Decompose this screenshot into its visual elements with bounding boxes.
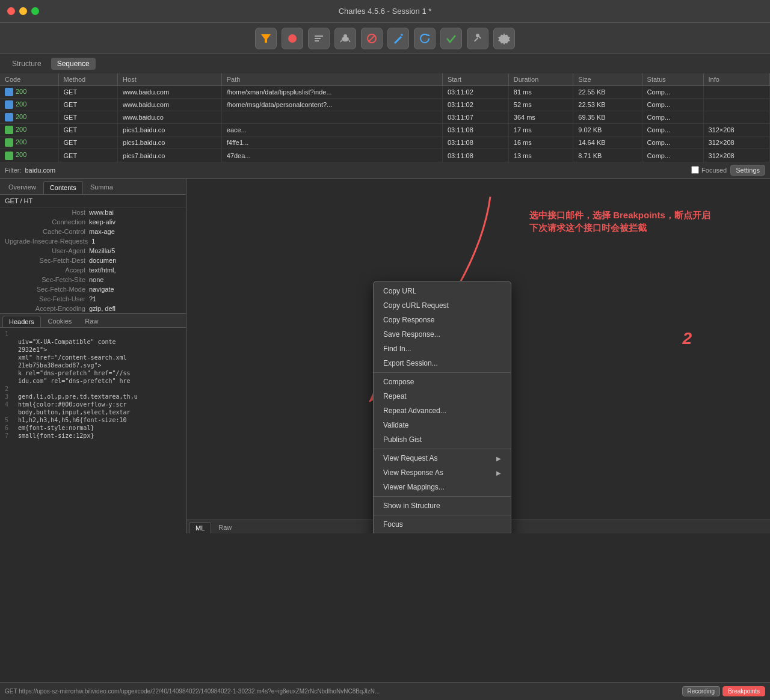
info-label: Sec-Fetch-Dest — [5, 257, 89, 264]
tab-raw-right[interactable]: Raw — [212, 522, 238, 533]
tab-contents[interactable]: Contents — [43, 181, 83, 194]
code-text: 2932e1"> — [18, 346, 47, 353]
line-number: 1 — [5, 331, 14, 337]
code-line: 2 — [5, 385, 181, 393]
focused-checkbox[interactable] — [691, 166, 699, 174]
cell-status: Comp... — [642, 111, 703, 124]
cell-code: 200 — [0, 99, 58, 111]
cell-size: 22.55 KB — [573, 86, 642, 99]
cell-start: 03:11:07 — [442, 111, 508, 124]
menu-item-viewer-mappings[interactable]: Viewer Mappings... — [374, 480, 511, 494]
code-line: xml" href="/content-search.xml — [5, 354, 181, 361]
table-row[interactable]: 200 GET pics1.baidu.co f4ffe1... 03:11:0… — [0, 137, 770, 149]
menu-item-export-session[interactable]: Export Session... — [374, 356, 511, 370]
menu-item-repeat-advanced[interactable]: Repeat Advanced... — [374, 404, 511, 418]
menu-item-label: Copy cURL Request — [383, 301, 449, 310]
info-value: 1 — [91, 238, 95, 245]
window-title: Charles 4.5.6 - Session 1 * — [339, 7, 432, 16]
menu-item-label: Repeat Advanced... — [383, 407, 446, 415]
info-label: Cache-Control — [5, 228, 89, 235]
menu-item-label: Save Response... — [383, 330, 440, 339]
code-line: 2932e1"> — [5, 346, 181, 354]
cell-info: 312×208 — [703, 137, 769, 149]
info-row: Accept-Encodinggzip, defl — [0, 304, 186, 313]
code-line: 6em{font-style:normal} — [5, 424, 181, 432]
table-row[interactable]: 200 GET pics7.baidu.co 47dea... 03:11:08… — [0, 149, 770, 162]
menu-item-copy-url[interactable]: Copy URL — [374, 284, 511, 298]
menu-item-label: Focus — [383, 520, 403, 529]
status-buttons: Recording Breakpoints — [682, 686, 765, 696]
menu-item-copy-curl-request[interactable]: Copy cURL Request — [374, 298, 511, 313]
line-number: 4 — [5, 401, 14, 408]
col-info: Info — [703, 73, 769, 86]
tab-ml[interactable]: ML — [189, 522, 211, 533]
turtle-button[interactable] — [334, 28, 356, 49]
close-button[interactable] — [7, 7, 15, 15]
settings-button-filter[interactable]: Settings — [730, 165, 765, 176]
info-value: none — [89, 276, 103, 283]
tab-overview[interactable]: Overview — [2, 181, 42, 194]
menu-item-copy-response[interactable]: Copy Response — [374, 313, 511, 327]
menu-item-ignore[interactable]: Ignore — [374, 532, 511, 533]
info-label: Accept — [5, 266, 89, 274]
tab-headers[interactable]: Headers — [2, 316, 41, 327]
minimize-button[interactable] — [19, 7, 27, 15]
recording-button[interactable]: Recording — [682, 686, 721, 696]
check-button[interactable] — [440, 28, 462, 49]
cell-host: pics1.baidu.co — [118, 124, 222, 137]
record-button[interactable] — [282, 28, 303, 49]
throttle-button[interactable] — [308, 28, 330, 49]
cell-method: GET — [58, 137, 118, 149]
edit-button[interactable] — [387, 28, 409, 49]
tools-button[interactable] — [467, 28, 488, 49]
filter-value: baidu.com — [25, 167, 56, 174]
maximize-button[interactable] — [31, 7, 39, 15]
menu-item-save-response[interactable]: Save Response... — [374, 327, 511, 342]
menu-item-view-request-as[interactable]: View Request As — [374, 451, 511, 465]
stop-button[interactable] — [361, 28, 383, 49]
funnel-button[interactable] — [255, 28, 277, 49]
table-row[interactable]: 200 GET www.baidu.com /home/xman/data/ti… — [0, 86, 770, 99]
table-row[interactable]: 200 GET www.baidu.co 03:11:07 364 ms 69.… — [0, 111, 770, 124]
tab-raw[interactable]: Raw — [79, 316, 104, 327]
line-number — [5, 409, 14, 416]
line-number — [5, 354, 14, 361]
tab-summary[interactable]: Summa — [84, 181, 119, 194]
svg-rect-2 — [315, 35, 323, 37]
breakpoints-button[interactable]: Breakpoints — [722, 686, 765, 696]
table-row[interactable]: 200 GET www.baidu.com /home/msg/data/per… — [0, 99, 770, 111]
line-number: 6 — [5, 425, 14, 431]
bottom-tabs-area: Headers Cookies Raw — [0, 313, 186, 328]
settings-button[interactable] — [493, 28, 515, 49]
svg-point-6 — [343, 34, 347, 38]
cell-size: 9.02 KB — [573, 124, 642, 137]
table-row[interactable]: 200 GET pics1.baidu.co eace... 03:11:08 … — [0, 124, 770, 137]
focused-checkbox-area[interactable]: Focused — [691, 166, 727, 174]
menu-item-publish-gist[interactable]: Publish Gist — [374, 432, 511, 447]
tab-structure[interactable]: Structure — [6, 58, 48, 70]
cell-host: pics7.baidu.co — [118, 149, 222, 162]
menu-item-find-in[interactable]: Find In... — [374, 342, 511, 356]
cell-code: 200 — [0, 86, 58, 99]
code-text: xml" href="/content-search.xml — [18, 354, 127, 361]
cell-start: 03:11:08 — [442, 149, 508, 162]
menu-item-focus[interactable]: Focus — [374, 517, 511, 532]
menu-item-show-in-structure[interactable]: Show in Structure — [374, 499, 511, 513]
menu-item-repeat[interactable]: Repeat — [374, 389, 511, 404]
code-text: gend,li,ol,p,pre,td,textarea,th,u — [18, 393, 138, 400]
tab-cookies[interactable]: Cookies — [42, 316, 78, 327]
cell-path: /home/msg/data/personalcontent?... — [221, 99, 442, 111]
menu-item-view-response-as[interactable]: View Response As — [374, 465, 511, 480]
cell-info: 312×208 — [703, 149, 769, 162]
info-row: Upgrade-Insecure-Requests1 — [0, 236, 186, 246]
tab-sequence[interactable]: Sequence — [51, 58, 96, 70]
code-text: k rel="dns-prefetch" href="//ss — [18, 370, 131, 376]
menu-item-compose[interactable]: Compose — [374, 375, 511, 389]
menu-item-validate[interactable]: Validate — [374, 418, 511, 432]
info-row: User-AgentMozilla/5 — [0, 246, 186, 256]
refresh-button[interactable] — [414, 28, 436, 49]
info-row: Sec-Fetch-Destdocumen — [0, 256, 186, 265]
menu-item-label: Copy Response — [383, 316, 434, 324]
menu-item-label: Show in Structure — [383, 502, 440, 510]
code-line: 3gend,li,ol,p,pre,td,textarea,th,u — [5, 393, 181, 401]
